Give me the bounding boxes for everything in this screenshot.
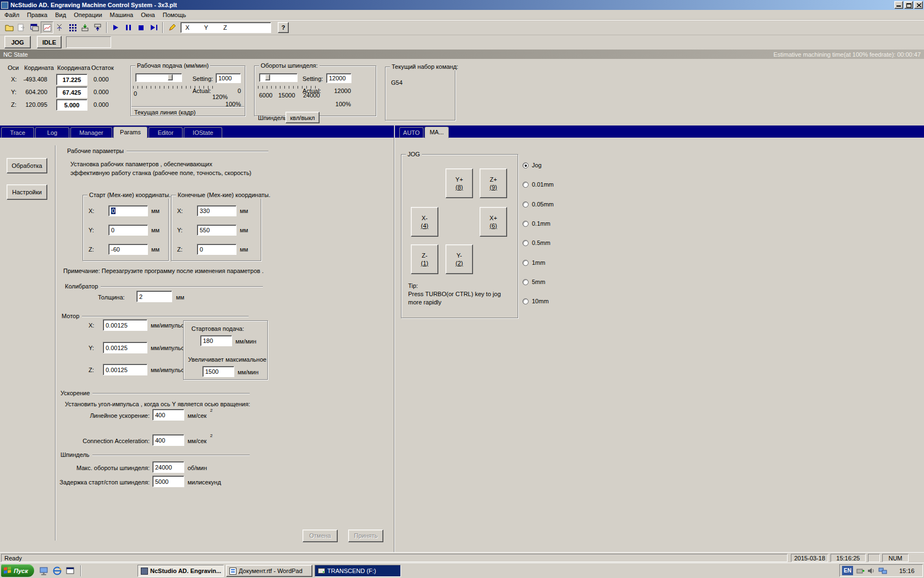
thickness-input[interactable]: 2 xyxy=(136,291,172,302)
linear-accel-sup: 2 xyxy=(210,408,212,413)
end-x-input[interactable]: 330 xyxy=(197,205,237,216)
tab-iostate[interactable]: IOState xyxy=(184,127,222,138)
apply-button[interactable]: Принять xyxy=(348,530,383,542)
jog-y-minus-button[interactable]: Y- (2) xyxy=(446,244,473,274)
quick-launch-desktop-icon[interactable] xyxy=(37,565,50,577)
task-wordpad[interactable]: Документ.rtf - WordPad xyxy=(226,565,312,577)
quick-launch-window-icon[interactable] xyxy=(64,565,76,577)
quick-launch-browser-icon[interactable] xyxy=(51,565,63,577)
single-step-icon[interactable] xyxy=(147,21,160,34)
motor-x-input[interactable]: 0.00125 xyxy=(103,319,147,331)
menu-view[interactable]: Вид xyxy=(51,10,70,20)
jog-x-minus-button[interactable]: X- (4) xyxy=(411,207,438,237)
motor-y-input[interactable]: 0.00125 xyxy=(103,342,147,353)
spindle-delay-input[interactable]: 5000 xyxy=(152,476,184,487)
start-y-input[interactable]: 0 xyxy=(108,225,148,236)
start-feed-input[interactable]: 180 xyxy=(200,335,232,346)
feed-group: Рабочая подача (мм/мин) Setting: 1000 0 … xyxy=(130,66,245,116)
spindle-toggle-button[interactable]: квл/выкл xyxy=(285,112,320,123)
step-option-10mm[interactable]: 10mm xyxy=(522,298,549,304)
task-transcend[interactable]: TRANSCEND (F:) xyxy=(315,565,401,577)
volume-tray-icon[interactable] xyxy=(867,567,875,576)
step-option-0-5mm[interactable]: 0.5mm xyxy=(522,239,551,246)
spindle-slider[interactable] xyxy=(259,73,298,82)
start-z-input[interactable]: -60 xyxy=(108,244,148,255)
feed-setting-input[interactable]: 1000 xyxy=(216,73,241,83)
stop-icon[interactable] xyxy=(135,21,147,34)
menu-edit[interactable]: Правка xyxy=(23,10,51,20)
step-option-5mm[interactable]: 5mm xyxy=(522,279,545,285)
linear-accel-input[interactable]: 400 xyxy=(152,409,184,421)
jog-x-plus-button[interactable]: X+ (6) xyxy=(480,207,507,237)
tab-trace[interactable]: Trace xyxy=(1,127,34,138)
minimize-button[interactable] xyxy=(894,1,903,9)
edit-icon[interactable] xyxy=(166,21,178,34)
spindle-slider-thumb[interactable] xyxy=(265,74,270,80)
step-option-0-1mm[interactable]: 0.1mm xyxy=(522,220,551,227)
processing-button[interactable]: Обработка xyxy=(7,158,47,173)
menu-file[interactable]: Файл xyxy=(1,10,23,20)
maximize-button[interactable] xyxy=(904,1,913,9)
simulate-icon[interactable] xyxy=(28,21,41,34)
help-icon[interactable]: ? xyxy=(278,22,289,33)
pause-icon[interactable] xyxy=(122,21,135,34)
tab-manual[interactable]: MA... xyxy=(425,127,449,138)
menu-windows[interactable]: Окна xyxy=(137,10,159,20)
start-coords-legend: Старт (Мех-кие) координаты. xyxy=(87,192,172,199)
axis-x-button[interactable]: X xyxy=(185,24,189,31)
tab-log[interactable]: Log xyxy=(35,127,69,138)
end-z-input[interactable]: 0 xyxy=(197,244,237,255)
task-ncstudio[interactable]: NcStudio AD. Engravin... xyxy=(138,565,224,577)
step-option-1mm[interactable]: 1mm xyxy=(522,259,545,266)
task-label: NcStudio AD. Engravin... xyxy=(150,568,221,574)
array-icon[interactable] xyxy=(66,21,79,34)
max-rpm-input[interactable]: 24000 xyxy=(152,461,184,473)
export-icon[interactable] xyxy=(15,21,28,34)
menu-operations[interactable]: Операции xyxy=(70,10,106,20)
trace-icon[interactable] xyxy=(41,21,53,34)
work-coord-x: 17.225 xyxy=(56,74,87,85)
jog-z-plus-button[interactable]: Z+ (9) xyxy=(480,168,507,198)
motor-z-input[interactable]: 0.00125 xyxy=(103,364,147,375)
jog-z-minus-button[interactable]: Z- (1) xyxy=(411,244,438,274)
step-option-0-05mm[interactable]: 0.05mm xyxy=(522,201,554,208)
start-x-input[interactable]: 0 xyxy=(108,205,148,216)
spindle-setting-label: Setting: xyxy=(302,75,323,82)
network-tray-icon[interactable] xyxy=(878,567,887,576)
menu-help[interactable]: Помощь xyxy=(159,10,190,20)
section-line xyxy=(82,316,249,317)
language-indicator[interactable]: EN xyxy=(842,566,853,575)
menu-machine[interactable]: Машина xyxy=(106,10,138,20)
step-option-jog[interactable]: Jog xyxy=(522,162,542,168)
start-button[interactable]: Пуск xyxy=(1,564,34,577)
cancel-button[interactable]: Отмена xyxy=(302,530,338,542)
idle-mode-button[interactable]: IDLE xyxy=(37,36,62,48)
step-option-0-01mm[interactable]: 0.01mm xyxy=(522,181,554,188)
tab-params[interactable]: Params xyxy=(113,127,147,138)
start-machining-icon[interactable] xyxy=(109,21,122,34)
tab-auto[interactable]: AUTO xyxy=(399,127,424,138)
spindle-setting-input[interactable]: 12000 xyxy=(326,73,351,83)
feed-slider-thumb[interactable] xyxy=(168,74,173,80)
axis-y-button[interactable]: Y xyxy=(204,24,208,31)
close-button[interactable] xyxy=(914,1,923,9)
connection-accel-input[interactable]: 400 xyxy=(152,434,184,446)
max-feed-input[interactable]: 1500 xyxy=(202,366,234,377)
motor-y-label: Y: xyxy=(89,345,94,351)
axis-z-button[interactable]: Z xyxy=(223,24,227,31)
settings-button[interactable]: Настройки xyxy=(7,184,47,200)
jog-y-plus-button[interactable]: Y+ (8) xyxy=(446,168,473,198)
signal-icon[interactable] xyxy=(53,21,66,34)
section-work-params: Рабочие параметры xyxy=(67,148,268,154)
feed-slider[interactable] xyxy=(135,73,182,82)
load-program-icon[interactable] xyxy=(79,21,91,34)
radio-icon xyxy=(522,201,529,208)
unload-program-icon[interactable] xyxy=(91,21,104,34)
usb-tray-icon[interactable] xyxy=(856,567,865,576)
jog-mode-button[interactable]: JOG xyxy=(4,36,31,48)
status-date: 2015-03-18 xyxy=(791,554,828,562)
open-file-icon[interactable] xyxy=(3,21,15,34)
end-y-input[interactable]: 550 xyxy=(197,225,237,236)
tab-manager[interactable]: Manager xyxy=(70,127,112,138)
tab-editor[interactable]: Editor xyxy=(148,127,183,138)
